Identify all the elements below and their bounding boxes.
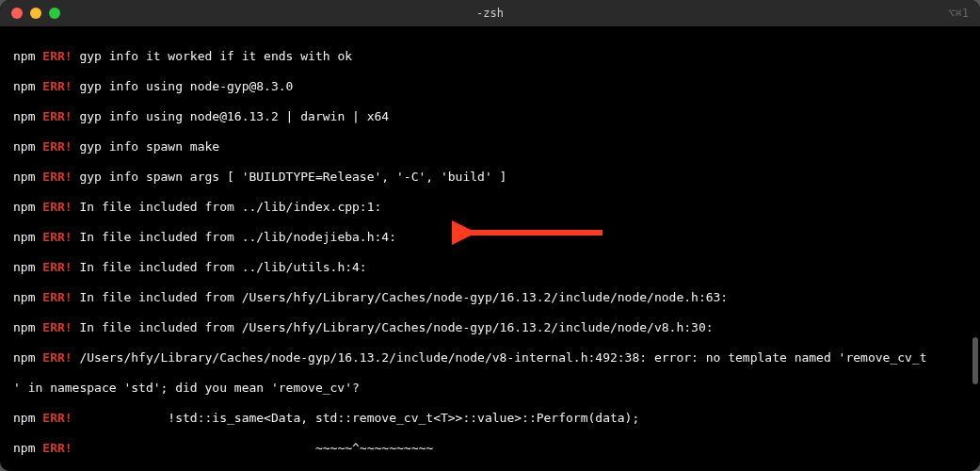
log-line: npm ERR! In file included from ../lib/in… <box>13 200 974 215</box>
log-line: npm ERR! gyp info it worked if it ends w… <box>13 49 974 64</box>
log-line: npm ERR! ~~~~~^~~~~~~~~~~ <box>13 441 974 456</box>
log-line: npm ERR! !std::is_same<Data, std::remove… <box>13 411 974 426</box>
log-line: npm ERR! In file included from /Users/hf… <box>13 290 974 305</box>
terminal-window: -zsh ⌥⌘1 npm ERR! gyp info it worked if … <box>0 0 980 471</box>
log-line: npm ERR! gyp info using node-gyp@8.3.0 <box>13 79 974 94</box>
titlebar-right-glyph: ⌥⌘1 <box>948 6 969 21</box>
close-icon[interactable] <box>11 8 23 19</box>
log-line: npm ERR! /Users/hfy/Library/Caches/node-… <box>13 350 974 365</box>
log-line: npm ERR! gyp info using node@16.13.2 | d… <box>13 109 974 124</box>
log-line: ' in namespace 'std'; did you mean 'remo… <box>13 381 974 396</box>
minimize-icon[interactable] <box>30 8 41 19</box>
log-line: npm ERR! In file included from /Users/hf… <box>13 320 974 335</box>
window-controls <box>0 8 60 19</box>
log-line: npm ERR! gyp info spawn args [ 'BUILDTYP… <box>13 170 974 185</box>
zoom-icon[interactable] <box>49 8 60 19</box>
terminal-output[interactable]: npm ERR! gyp info it worked if it ends w… <box>0 26 980 471</box>
log-line: npm ERR! In file included from ../lib/ut… <box>13 260 974 275</box>
scrollbar-thumb[interactable] <box>972 337 978 384</box>
log-line: npm ERR! In file included from ../lib/no… <box>13 230 974 245</box>
window-title: -zsh <box>0 6 980 21</box>
titlebar: -zsh ⌥⌘1 <box>0 0 980 26</box>
log-line: npm ERR! gyp info spawn make <box>13 139 974 154</box>
